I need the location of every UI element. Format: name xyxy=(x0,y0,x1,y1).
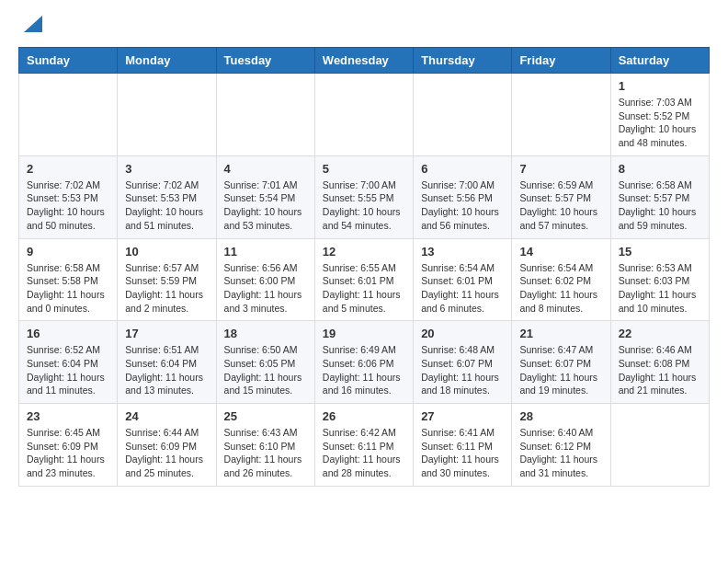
calendar-cell xyxy=(512,74,610,156)
day-info: Sunrise: 7:01 AMSunset: 5:54 PMDaylight:… xyxy=(224,178,307,233)
day-info: Sunrise: 6:49 AMSunset: 6:06 PMDaylight:… xyxy=(323,343,405,397)
day-info: Sunrise: 6:59 AMSunset: 5:57 PMDaylight:… xyxy=(519,178,602,233)
calendar-cell: 9Sunrise: 6:58 AMSunset: 5:58 PMDaylight… xyxy=(19,238,118,321)
day-info: Sunrise: 6:55 AMSunset: 6:01 PMDaylight:… xyxy=(323,261,405,316)
calendar-week-row: 16Sunrise: 6:52 AMSunset: 6:04 PMDayligh… xyxy=(19,321,710,404)
day-info: Sunrise: 7:03 AMSunset: 5:52 PMDaylight:… xyxy=(619,96,701,150)
day-info: Sunrise: 6:45 AMSunset: 6:09 PMDaylight:… xyxy=(27,426,109,480)
calendar-cell xyxy=(19,74,118,156)
calendar-header-row: SundayMondayTuesdayWednesdayThursdayFrid… xyxy=(19,48,710,74)
calendar-cell: 14Sunrise: 6:54 AMSunset: 6:02 PMDayligh… xyxy=(512,238,610,321)
day-info: Sunrise: 6:58 AMSunset: 5:58 PMDaylight:… xyxy=(27,261,109,316)
logo xyxy=(18,14,42,38)
calendar-header-sunday: Sunday xyxy=(19,48,118,74)
day-number: 12 xyxy=(323,245,405,259)
calendar-week-row: 2Sunrise: 7:02 AMSunset: 5:53 PMDaylight… xyxy=(19,155,710,238)
calendar-cell: 11Sunrise: 6:56 AMSunset: 6:00 PMDayligh… xyxy=(216,238,314,321)
calendar-header-wednesday: Wednesday xyxy=(314,48,413,74)
calendar-cell: 8Sunrise: 6:58 AMSunset: 5:57 PMDaylight… xyxy=(610,155,709,238)
calendar-header-monday: Monday xyxy=(118,48,216,74)
calendar-header-thursday: Thursday xyxy=(414,48,512,74)
calendar-header-tuesday: Tuesday xyxy=(216,48,314,74)
calendar-cell xyxy=(610,404,709,487)
calendar-cell: 1Sunrise: 7:03 AMSunset: 5:52 PMDaylight… xyxy=(610,74,709,156)
day-number: 8 xyxy=(619,162,701,176)
day-number: 4 xyxy=(224,162,307,176)
calendar-week-row: 9Sunrise: 6:58 AMSunset: 5:58 PMDaylight… xyxy=(19,238,710,321)
day-number: 28 xyxy=(519,409,602,423)
calendar-cell: 26Sunrise: 6:42 AMSunset: 6:11 PMDayligh… xyxy=(314,404,413,487)
day-number: 1 xyxy=(619,79,701,93)
calendar-cell: 18Sunrise: 6:50 AMSunset: 6:05 PMDayligh… xyxy=(216,321,314,404)
day-info: Sunrise: 6:52 AMSunset: 6:04 PMDaylight:… xyxy=(27,343,109,397)
calendar-cell: 28Sunrise: 6:40 AMSunset: 6:12 PMDayligh… xyxy=(512,404,610,487)
day-number: 7 xyxy=(519,162,602,176)
day-number: 15 xyxy=(619,245,701,259)
calendar-cell: 5Sunrise: 7:00 AMSunset: 5:55 PMDaylight… xyxy=(314,155,413,238)
calendar-cell: 19Sunrise: 6:49 AMSunset: 6:06 PMDayligh… xyxy=(314,321,413,404)
day-number: 20 xyxy=(421,327,504,340)
day-info: Sunrise: 7:00 AMSunset: 5:55 PMDaylight:… xyxy=(323,178,405,233)
logo-triangle-icon xyxy=(22,14,42,38)
day-info: Sunrise: 6:51 AMSunset: 6:04 PMDaylight:… xyxy=(125,343,208,397)
calendar-cell xyxy=(314,74,413,156)
day-number: 27 xyxy=(421,409,504,423)
calendar-table: SundayMondayTuesdayWednesdayThursdayFrid… xyxy=(18,47,710,487)
svg-marker-0 xyxy=(24,16,42,32)
day-number: 3 xyxy=(125,162,208,176)
calendar-header-saturday: Saturday xyxy=(610,48,709,74)
calendar-cell xyxy=(216,74,314,156)
day-info: Sunrise: 6:54 AMSunset: 6:01 PMDaylight:… xyxy=(421,261,504,316)
day-number: 10 xyxy=(125,245,208,259)
day-info: Sunrise: 6:54 AMSunset: 6:02 PMDaylight:… xyxy=(519,261,602,316)
day-info: Sunrise: 6:47 AMSunset: 6:07 PMDaylight:… xyxy=(519,343,602,397)
calendar-cell: 23Sunrise: 6:45 AMSunset: 6:09 PMDayligh… xyxy=(19,404,118,487)
calendar-cell: 15Sunrise: 6:53 AMSunset: 6:03 PMDayligh… xyxy=(610,238,709,321)
day-number: 13 xyxy=(421,245,504,259)
calendar-cell: 7Sunrise: 6:59 AMSunset: 5:57 PMDaylight… xyxy=(512,155,610,238)
calendar-cell: 21Sunrise: 6:47 AMSunset: 6:07 PMDayligh… xyxy=(512,321,610,404)
day-info: Sunrise: 6:57 AMSunset: 5:59 PMDaylight:… xyxy=(125,261,208,316)
calendar-cell xyxy=(414,74,512,156)
day-info: Sunrise: 7:02 AMSunset: 5:53 PMDaylight:… xyxy=(125,178,208,233)
calendar-cell: 2Sunrise: 7:02 AMSunset: 5:53 PMDaylight… xyxy=(19,155,118,238)
day-info: Sunrise: 6:43 AMSunset: 6:10 PMDaylight:… xyxy=(224,426,307,480)
calendar-cell: 17Sunrise: 6:51 AMSunset: 6:04 PMDayligh… xyxy=(118,321,216,404)
calendar-cell: 6Sunrise: 7:00 AMSunset: 5:56 PMDaylight… xyxy=(414,155,512,238)
day-number: 25 xyxy=(224,409,307,423)
day-number: 23 xyxy=(27,409,109,423)
day-number: 17 xyxy=(125,327,208,340)
day-info: Sunrise: 7:02 AMSunset: 5:53 PMDaylight:… xyxy=(27,178,109,233)
day-number: 21 xyxy=(519,327,602,340)
day-info: Sunrise: 6:40 AMSunset: 6:12 PMDaylight:… xyxy=(519,426,602,480)
header xyxy=(18,14,710,38)
day-number: 9 xyxy=(27,245,109,259)
day-number: 26 xyxy=(323,409,405,423)
day-number: 11 xyxy=(224,245,307,259)
day-info: Sunrise: 7:00 AMSunset: 5:56 PMDaylight:… xyxy=(421,178,504,233)
day-info: Sunrise: 6:41 AMSunset: 6:11 PMDaylight:… xyxy=(421,426,504,480)
calendar-cell: 16Sunrise: 6:52 AMSunset: 6:04 PMDayligh… xyxy=(19,321,118,404)
day-info: Sunrise: 6:42 AMSunset: 6:11 PMDaylight:… xyxy=(323,426,405,480)
day-number: 5 xyxy=(323,162,405,176)
day-info: Sunrise: 6:50 AMSunset: 6:05 PMDaylight:… xyxy=(224,343,307,397)
calendar-cell: 10Sunrise: 6:57 AMSunset: 5:59 PMDayligh… xyxy=(118,238,216,321)
calendar-week-row: 23Sunrise: 6:45 AMSunset: 6:09 PMDayligh… xyxy=(19,404,710,487)
calendar-cell: 25Sunrise: 6:43 AMSunset: 6:10 PMDayligh… xyxy=(216,404,314,487)
day-number: 14 xyxy=(519,245,602,259)
day-info: Sunrise: 6:44 AMSunset: 6:09 PMDaylight:… xyxy=(125,426,208,480)
day-number: 6 xyxy=(421,162,504,176)
day-number: 16 xyxy=(27,327,109,340)
day-info: Sunrise: 6:46 AMSunset: 6:08 PMDaylight:… xyxy=(619,343,701,397)
day-number: 18 xyxy=(224,327,307,340)
day-number: 2 xyxy=(27,162,109,176)
calendar-cell xyxy=(118,74,216,156)
calendar-cell: 4Sunrise: 7:01 AMSunset: 5:54 PMDaylight… xyxy=(216,155,314,238)
calendar-week-row: 1Sunrise: 7:03 AMSunset: 5:52 PMDaylight… xyxy=(19,74,710,156)
day-number: 19 xyxy=(323,327,405,340)
calendar-cell: 22Sunrise: 6:46 AMSunset: 6:08 PMDayligh… xyxy=(610,321,709,404)
page: SundayMondayTuesdayWednesdayThursdayFrid… xyxy=(0,0,728,500)
day-info: Sunrise: 6:53 AMSunset: 6:03 PMDaylight:… xyxy=(619,261,701,316)
calendar-cell: 13Sunrise: 6:54 AMSunset: 6:01 PMDayligh… xyxy=(414,238,512,321)
day-info: Sunrise: 6:56 AMSunset: 6:00 PMDaylight:… xyxy=(224,261,307,316)
